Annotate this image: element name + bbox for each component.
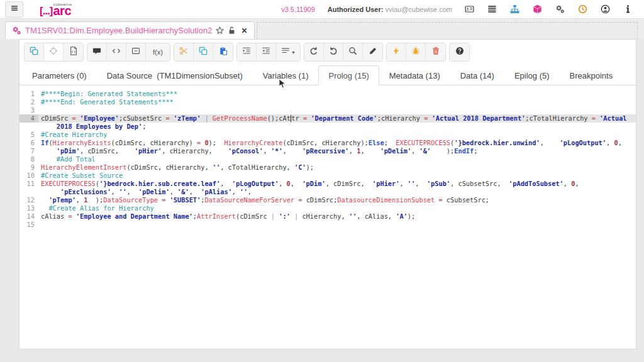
code-line[interactable]: 15 <box>19 221 636 229</box>
authorized-user-email: vviau@cubewise.com <box>385 6 452 13</box>
copy-button[interactable] <box>194 43 213 61</box>
code-text: #****End: Generated Statements**** <box>38 98 174 106</box>
duplicate-button[interactable] <box>25 43 44 61</box>
clock-icon[interactable] <box>578 4 587 14</box>
code-line[interactable]: 6If(HierarchyExists(cDimSrc, cHierarchy)… <box>19 139 636 147</box>
code-line[interactable]: 13 #Create Alias for Hierarchy <box>19 204 636 212</box>
user-icon[interactable] <box>601 4 610 14</box>
code-text: #Create Alias for Hierarchy <box>38 204 154 212</box>
cube-icon[interactable] <box>533 4 542 14</box>
tab-metadata-13[interactable]: Metadata (13) <box>379 65 450 85</box>
code-line[interactable]: 11EXECUTEPROCESS('}bedrock.hier.sub.crea… <box>19 180 636 188</box>
unlock-icon[interactable] <box>228 26 236 35</box>
code-line[interactable]: 4cDimSrc = 'Employee';cSubsetSrc = 'zTem… <box>19 114 636 123</box>
outdent-icon <box>262 47 270 58</box>
line-number[interactable]: 11 <box>19 180 38 188</box>
toolbar-group <box>449 43 470 62</box>
close-tab-icon[interactable]: ✕ <box>241 26 247 35</box>
search-icon <box>348 47 357 58</box>
line-number[interactable]: 8 <box>19 155 38 163</box>
lightning-icon <box>392 47 401 58</box>
tab-breakpoints[interactable]: Breakpoints <box>560 65 623 85</box>
tab-variables-1[interactable]: Variables (1) <box>253 65 319 85</box>
gears-icon[interactable] <box>555 4 565 14</box>
code-button[interactable] <box>107 43 126 61</box>
code-text: cAlias = 'Employee and Department Name';… <box>38 212 415 221</box>
line-number[interactable]: 7 <box>19 147 38 155</box>
paste-button[interactable] <box>213 43 233 61</box>
tab-data-14[interactable]: Data (14) <box>450 65 504 85</box>
code-editor[interactable]: 1#****Begin: Generated Statements***2#**… <box>19 85 636 229</box>
comment-button[interactable] <box>87 43 107 61</box>
code-text: cDimSrc = 'Employee';cSubsetSrc = 'zTemp… <box>38 114 627 123</box>
editor-toolbar: f(x)▾ <box>19 40 636 65</box>
outdent-button[interactable] <box>257 43 276 61</box>
code-line[interactable]: 10#Create Subset Source <box>19 172 636 180</box>
undo-button[interactable] <box>304 43 324 61</box>
tab-epilog-5[interactable]: Epilog (5) <box>504 65 560 85</box>
authorized-user: Authorized User: vviau@cubewise.com <box>328 6 452 13</box>
code-line[interactable]: 2#****End: Generated Statements**** <box>19 98 636 106</box>
undo-icon <box>309 47 318 58</box>
code-line[interactable]: 14cAlias = 'Employee and Department Name… <box>19 212 636 221</box>
redo-icon <box>329 47 338 58</box>
favorite-star-icon[interactable] <box>216 26 224 35</box>
line-number[interactable]: 13 <box>19 204 38 212</box>
trash-icon <box>431 47 440 58</box>
tab-parameters-0[interactable]: Parameters (0) <box>22 65 97 85</box>
sitemap-icon[interactable] <box>510 4 519 14</box>
line-number[interactable]: 5 <box>19 131 38 139</box>
code-line[interactable]: 9HierarchyElementInsert(cDimSrc, cHierar… <box>19 163 636 172</box>
code-text: 2018 Employees by Dep'; <box>38 123 146 131</box>
line-number[interactable]: 4 <box>19 114 38 123</box>
search-button[interactable] <box>343 43 363 61</box>
redo-button[interactable] <box>324 43 343 61</box>
list-icon[interactable] <box>487 4 497 14</box>
line-number[interactable]: 1 <box>19 90 38 98</box>
delete-button[interactable] <box>426 43 445 61</box>
script-button[interactable] <box>64 43 83 61</box>
line-number[interactable]: 10 <box>19 172 38 180</box>
info-icon[interactable] <box>623 4 633 14</box>
line-number[interactable]: 6 <box>19 139 38 147</box>
code-line[interactable]: 'pExclusions', '', 'pDelim', '&', 'pAlia… <box>19 188 636 196</box>
help-button[interactable] <box>450 43 469 61</box>
code-line[interactable]: 12 'pTemp', 1 );DataSourceType = 'SUBSET… <box>19 196 636 204</box>
line-number[interactable]: 14 <box>19 212 38 221</box>
tab-data-source-tm1dimensionsubset[interactable]: Data Source (TM1DimensionSubset) <box>97 65 253 85</box>
run-button[interactable] <box>387 43 406 61</box>
logo-brackets: [...] <box>40 6 53 16</box>
cut-button[interactable] <box>174 43 194 61</box>
comment-icon <box>92 47 101 58</box>
edit-button[interactable] <box>363 43 382 61</box>
debug-button[interactable] <box>406 43 426 61</box>
line-number[interactable]: 15 <box>19 221 38 229</box>
id-card-icon[interactable] <box>465 4 474 14</box>
code-line[interactable]: 1#****Begin: Generated Statements*** <box>19 90 636 98</box>
process-document-tab[interactable]: TM1SRV01:Dim.Employee.BuildHierarchySolu… <box>5 21 255 39</box>
top-header: [...] cubewise arc v3.5.11909 Authorized… <box>0 0 644 19</box>
code-text: If(HierarchyExists(cDimSrc, cHierarchy) … <box>38 139 622 147</box>
tab-prolog-15[interactable]: Prolog (15) <box>318 65 379 85</box>
code-icon <box>112 47 121 58</box>
indent-button[interactable] <box>237 43 257 61</box>
hamburger-menu-button[interactable] <box>5 1 23 18</box>
line-number[interactable]: 12 <box>19 196 38 204</box>
function-button[interactable]: f(x) <box>146 43 170 61</box>
line-number[interactable] <box>19 123 38 131</box>
code-line[interactable]: 5#Create Hierarchy <box>19 131 636 139</box>
line-number[interactable]: 9 <box>19 163 38 172</box>
code-line[interactable]: 7 'pDim', cDimSrc, 'pHier', cHierarchy, … <box>19 147 636 155</box>
line-number[interactable]: 2 <box>19 98 38 106</box>
toolbar-group: ▾ <box>236 43 301 62</box>
target-button[interactable] <box>44 43 64 61</box>
format-icon <box>281 47 290 58</box>
line-number[interactable]: 3 <box>19 106 38 114</box>
code-line[interactable]: 2018 Employees by Dep'; <box>19 123 636 131</box>
toolbar-group <box>174 43 233 62</box>
code-line[interactable]: 3 <box>19 106 636 114</box>
code-line[interactable]: 8 #Add Total <box>19 155 636 163</box>
format-button[interactable]: ▾ <box>276 43 300 61</box>
line-number[interactable] <box>19 188 38 196</box>
collapse-button[interactable] <box>126 43 146 61</box>
